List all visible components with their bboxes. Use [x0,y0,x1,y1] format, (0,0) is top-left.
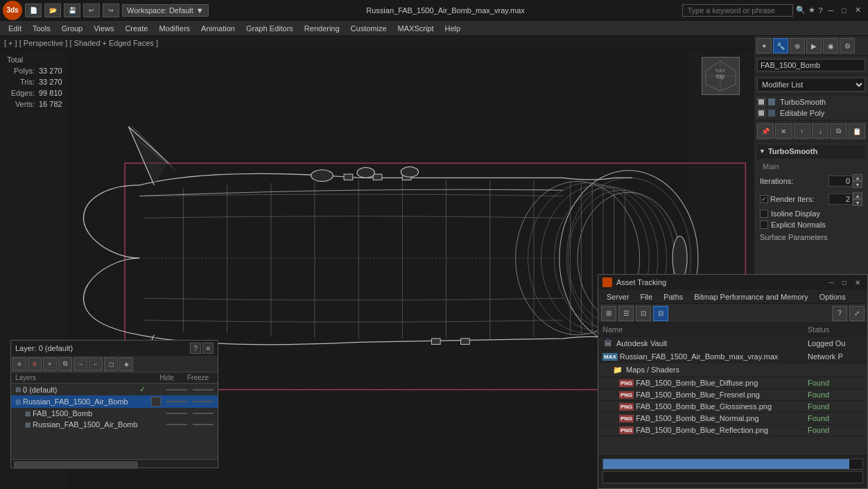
render-iters-down[interactable]: ▼ [853,199,862,206]
asset-path-input[interactable] [602,471,863,483]
asset-row-vault[interactable]: 🏛 Autodesk Vault Logged Ou [598,336,867,351]
menu-tools[interactable]: Tools [27,23,56,34]
asset-help-btn[interactable]: ? [832,306,847,321]
render-iters-checkbox[interactable] [760,195,768,203]
layer-close-btn[interactable]: ✕ [202,343,214,354]
layer-item-fab[interactable]: ⊠ FAB_1500_Bomb [11,408,218,419]
menu-animation[interactable]: Animation [196,23,241,34]
modify-icon[interactable]: 🔧 [773,38,788,53]
mod-delete-btn[interactable]: ✕ [775,123,792,139]
layer-tool-1[interactable]: ≡ [12,357,26,371]
menu-edit[interactable]: Edit [3,23,27,34]
isoline-checkbox[interactable] [760,209,768,218]
asset-progress-container [602,458,863,470]
menu-modifiers[interactable]: Modifiers [153,23,196,34]
star-icon[interactable]: ★ [808,6,815,15]
turbosmooth-enable-checkbox[interactable] [757,98,765,106]
layer-tool-move-to[interactable]: → [73,357,87,371]
mod-pin-btn[interactable]: 📌 [757,123,774,139]
menu-help[interactable]: Help [440,23,467,34]
new-file-btn[interactable]: 📄 [25,3,42,17]
undo-btn[interactable]: ↩ [83,3,100,17]
view-navigation-cube[interactable]: top front [702,57,743,98]
render-iters-up[interactable]: ▲ [853,192,862,199]
workspace-selector[interactable]: Workspace: Default ▼ [122,4,209,17]
layer-scrollbar[interactable] [11,459,218,467]
menu-rendering[interactable]: Rendering [299,23,345,34]
asset-row-reflection[interactable]: PNG FAB_1500_Bomb_Blue_Reflection.png Fo… [598,424,867,436]
asset-tool-1[interactable]: ⊞ [601,306,616,321]
hierarchy-icon[interactable]: ⊕ [790,38,805,53]
layer-box-russian[interactable] [151,397,161,406]
mod-copy-btn[interactable]: ⧉ [830,123,847,139]
asset-row-normal[interactable]: PNG FAB_1500_Bomb_Blue_Normal.png Found [598,413,867,424]
maximize-btn[interactable]: □ [839,6,849,15]
menu-graph-editors[interactable]: Graph Editors [241,23,299,34]
layer-tool-select[interactable]: ◻ [104,357,118,371]
mod-paste-btn[interactable]: 📋 [849,123,865,139]
editable-poly-enable-checkbox[interactable] [757,109,765,117]
render-iters-input[interactable] [828,194,853,205]
asset-close-btn[interactable]: ✕ [852,277,863,288]
menu-group[interactable]: Group [56,23,89,34]
asset-row-diffuse[interactable]: PNG FAB_1500_Bomb_Blue_Diffuse.png Found [598,377,867,389]
asset-menu-bitmap[interactable]: Bitmap Performance and Memory [688,291,813,302]
layer-tool-close[interactable]: ✕ [28,357,42,371]
workspace-dropdown-icon: ▼ [196,6,204,15]
app-logo[interactable]: 3ds [3,1,22,20]
object-name-input[interactable] [757,59,865,71]
mod-up-btn[interactable]: ↑ [794,123,810,139]
asset-expand-btn[interactable]: ⤢ [849,306,865,321]
asset-menu-options[interactable]: Options [814,291,851,302]
iterations-input[interactable] [828,175,853,187]
asset-menu-server[interactable]: Server [601,291,634,302]
asset-maximize-btn[interactable]: □ [839,277,850,288]
iterations-up[interactable]: ▲ [853,174,862,181]
asset-tool-3[interactable]: ⊡ [636,306,651,321]
asset-menu-paths[interactable]: Paths [658,291,688,302]
layer-tool-highlight[interactable]: ◈ [119,357,133,371]
asset-row-maps[interactable]: 📁 Maps / Shaders [598,363,867,377]
asset-tool-4[interactable]: ⊟ [653,306,668,321]
create-icon[interactable]: ✦ [756,38,772,53]
layer-item-russian-child[interactable]: ⊠ Russian_FAB_1500_Air_Bomb [11,419,218,430]
search-input[interactable] [682,4,793,17]
save-btn[interactable]: 💾 [64,3,80,17]
asset-row-fresnel[interactable]: PNG FAB_1500_Bomb_Blue_Fresnel.png Found [598,389,867,401]
layer-tool-move-from[interactable]: ← [89,357,103,371]
menu-create[interactable]: Create [119,23,153,34]
layer-help-btn[interactable]: ? [190,343,201,354]
menu-maxscript[interactable]: MAXScript [392,23,440,34]
close-btn[interactable]: ✕ [852,6,864,15]
asset-titlebar[interactable]: Asset Tracking ─ □ ✕ [598,275,867,290]
nav-cube[interactable]: top front [702,57,740,95]
layer-panel-titlebar[interactable]: Layer: 0 (default) ? ✕ [11,341,218,356]
motion-icon[interactable]: ▶ [806,38,822,53]
modifier-dropdown[interactable]: Modifier List [757,78,865,92]
menu-customize[interactable]: Customize [345,23,392,34]
explicit-normals-checkbox[interactable] [760,221,768,229]
modifier-editable-poly[interactable]: Editable Poly [757,108,865,119]
asset-minimize-btn[interactable]: ─ [826,277,837,288]
mod-down-btn[interactable]: ↓ [812,123,828,139]
layer-scrollbar-thumb[interactable] [14,461,138,469]
help-icon[interactable]: ? [818,6,822,15]
asset-tool-2[interactable]: ☰ [618,306,634,321]
open-file-btn[interactable]: 📂 [44,3,61,17]
search-icon[interactable]: 🔍 [796,6,806,15]
redo-btn[interactable]: ↪ [103,3,119,17]
menu-views[interactable]: Views [88,23,119,34]
asset-menu-file[interactable]: File [634,291,658,302]
utilities-icon[interactable]: ⚙ [840,38,855,53]
minimize-btn[interactable]: ─ [826,6,837,15]
asset-row-max[interactable]: MAX Russian_FAB_1500_Air_Bomb_max_vray.m… [598,351,867,363]
layer-tool-copy[interactable]: ⧉ [58,357,72,371]
turbosmooth-header[interactable]: ▼ TurboSmooth [757,145,865,158]
modifier-turbosmooth[interactable]: TurboSmooth [757,96,865,108]
layer-tool-add[interactable]: + [43,357,57,371]
layer-item-default[interactable]: ⊞ 0 (default) ✓ [11,384,218,395]
display-icon[interactable]: ◉ [823,38,838,53]
layer-item-russian[interactable]: ⊞ Russian_FAB_1500_Air_Bomb [11,395,218,408]
asset-row-glossiness[interactable]: PNG FAB_1500_Bomb_Blue_Glossiness.png Fo… [598,401,867,413]
iterations-down[interactable]: ▼ [853,181,862,188]
